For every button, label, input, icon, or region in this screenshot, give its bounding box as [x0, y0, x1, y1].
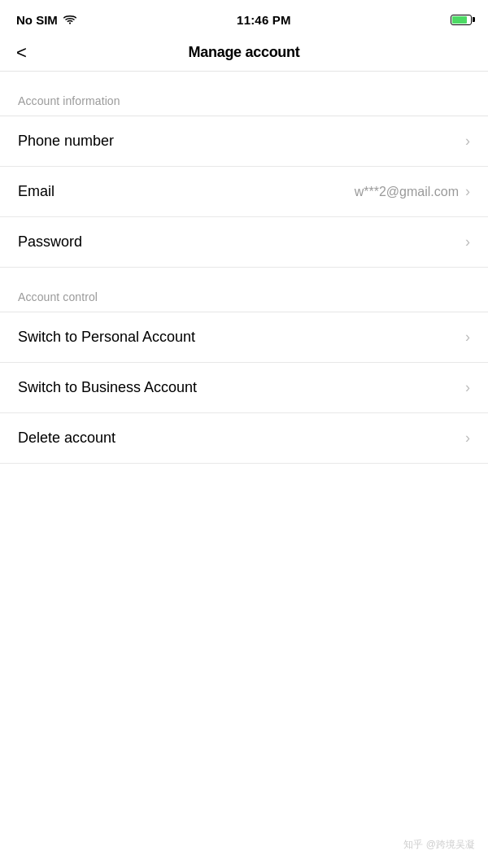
status-battery: [451, 15, 472, 25]
menu-item-email[interactable]: Emailw***2@gmail.com›: [0, 167, 488, 217]
chevron-right-icon: ›: [465, 183, 470, 200]
menu-item-left-switch-personal: Switch to Personal Account: [18, 329, 195, 346]
page-title: Manage account: [189, 44, 300, 61]
status-carrier: No SIM: [16, 13, 77, 27]
menu-item-right-switch-business: ›: [465, 379, 470, 396]
menu-item-label-switch-personal: Switch to Personal Account: [18, 329, 195, 346]
menu-item-left-delete-account: Delete account: [18, 430, 115, 447]
section-account-control: Account controlSwitch to Personal Accoun…: [0, 290, 488, 464]
chevron-right-icon: ›: [465, 379, 470, 396]
menu-item-label-email: Email: [18, 183, 54, 200]
section-account-information: Account informationPhone number›Emailw**…: [0, 94, 488, 268]
menu-item-password[interactable]: Password›: [0, 217, 488, 268]
menu-item-left-email: Email: [18, 183, 54, 200]
menu-item-label-switch-business: Switch to Business Account: [18, 379, 197, 396]
menu-item-left-switch-business: Switch to Business Account: [18, 379, 197, 396]
menu-item-right-phone-number: ›: [465, 133, 470, 150]
carrier-text: No SIM: [16, 13, 58, 27]
menu-item-right-password: ›: [465, 233, 470, 251]
menu-item-label-password: Password: [18, 233, 82, 251]
menu-item-delete-account[interactable]: Delete account›: [0, 413, 488, 464]
chevron-right-icon: ›: [465, 329, 470, 346]
watermark: 知乎 @跨境吴凝: [403, 838, 475, 852]
menu-item-right-delete-account: ›: [465, 430, 470, 447]
menu-item-label-delete-account: Delete account: [18, 430, 115, 447]
wifi-icon: [63, 15, 77, 25]
menu-item-switch-business[interactable]: Switch to Business Account›: [0, 363, 488, 413]
status-time: 11:46 PM: [237, 13, 291, 27]
menu-item-switch-personal[interactable]: Switch to Personal Account›: [0, 312, 488, 363]
sections-container: Account informationPhone number›Emailw**…: [0, 94, 488, 464]
section-header-account-information: Account information: [0, 94, 488, 116]
menu-item-left-password: Password: [18, 233, 82, 251]
menu-item-left-phone-number: Phone number: [18, 133, 114, 150]
menu-item-right-switch-personal: ›: [465, 329, 470, 346]
menu-item-right-email: w***2@gmail.com›: [355, 183, 470, 200]
page-header: < Manage account: [0, 36, 488, 72]
chevron-right-icon: ›: [465, 233, 470, 251]
battery-fill: [452, 16, 467, 24]
menu-item-value-email: w***2@gmail.com: [355, 185, 459, 199]
section-header-account-control: Account control: [0, 290, 488, 312]
chevron-right-icon: ›: [465, 133, 470, 150]
chevron-right-icon: ›: [465, 430, 470, 447]
menu-item-label-phone-number: Phone number: [18, 133, 114, 150]
battery-icon: [451, 15, 472, 25]
menu-item-phone-number[interactable]: Phone number›: [0, 116, 488, 167]
back-button[interactable]: <: [16, 44, 27, 62]
status-bar: No SIM 11:46 PM: [0, 0, 488, 36]
